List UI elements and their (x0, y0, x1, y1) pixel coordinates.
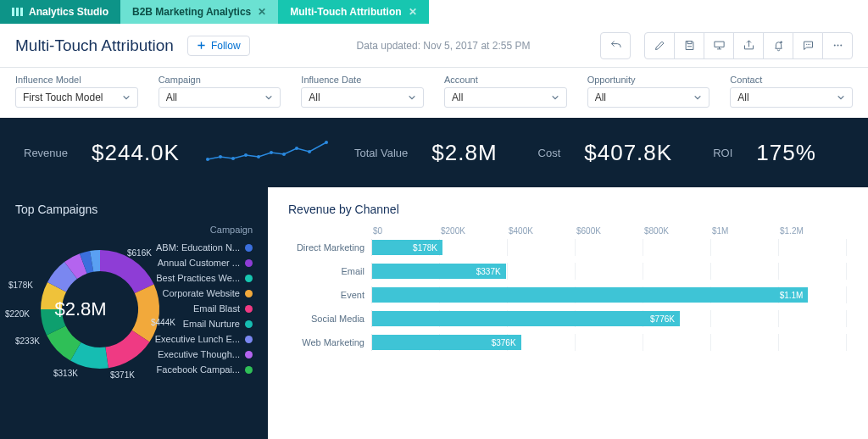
tab-label: Multi-Touch Attribution (290, 6, 401, 18)
donut-chart[interactable]: $2.8M $616K $178K $220K $233K $313K $371… (15, 225, 146, 394)
bar-row[interactable]: Event $1.1M (288, 283, 848, 307)
top-campaigns-panel: Top Campaigns (0, 187, 268, 439)
chevron-down-icon (693, 93, 702, 102)
svg-point-12 (270, 151, 273, 154)
comments-button[interactable] (793, 32, 823, 59)
filter-label: Contact (730, 75, 853, 85)
filter-value: All (309, 92, 320, 103)
total-value-label: Total Value (354, 147, 408, 159)
svg-point-4 (833, 45, 835, 47)
donut-callout: $233K (15, 336, 40, 346)
share-button[interactable] (733, 32, 764, 59)
close-icon[interactable]: ✕ (409, 6, 417, 18)
filter-select[interactable]: All (444, 87, 567, 108)
roi-label: ROI (713, 147, 732, 159)
svg-point-1 (806, 44, 807, 45)
content-area: Top Campaigns (0, 187, 868, 439)
bar-value: $1.1M (780, 291, 804, 300)
data-updated-text: Data updated: Nov 5, 2017 at 2:55 PM (357, 40, 531, 52)
filter-value: All (595, 92, 606, 103)
bar-label: Email (288, 266, 371, 276)
filter-contact: Contact All (730, 75, 853, 108)
bar-row[interactable]: Social Media $776K (288, 307, 848, 331)
revenue-value: $244.0K (92, 140, 180, 166)
tab-analytics-studio[interactable]: Analytics Studio (0, 0, 120, 24)
chevron-down-icon (264, 93, 273, 102)
bar-value: $178K (413, 243, 437, 253)
svg-point-11 (257, 155, 260, 158)
close-icon[interactable]: ✕ (258, 6, 266, 18)
chevron-down-icon (551, 93, 559, 102)
filter-opportunity: Opportunity All (587, 75, 710, 108)
cost-label: Cost (538, 147, 561, 159)
legend-swatch (245, 244, 253, 252)
filter-select[interactable]: All (301, 87, 424, 108)
filter-select[interactable]: All (159, 87, 281, 108)
svg-point-9 (231, 157, 235, 160)
chevron-down-icon (408, 93, 416, 102)
filter-select[interactable]: All (730, 87, 853, 108)
bar-fill: $1.1M (372, 287, 808, 303)
save-button[interactable] (674, 32, 704, 59)
svg-point-7 (206, 158, 209, 161)
tab-multi-touch-attribution[interactable]: Multi-Touch Attribution ✕ (278, 0, 428, 24)
edit-button[interactable] (644, 32, 675, 59)
undo-button[interactable] (600, 32, 631, 59)
bar-label: Event (288, 290, 371, 300)
svg-point-6 (840, 45, 842, 47)
tab-bar: Analytics Studio B2B Marketing Analytics… (0, 0, 868, 24)
analytics-icon (12, 8, 24, 16)
bar-fill: $337K (372, 264, 506, 279)
svg-point-5 (837, 45, 838, 47)
roi-value: 175% (756, 140, 816, 166)
axis-tick: $200K (441, 226, 509, 236)
legend-swatch (245, 351, 253, 358)
legend-swatch (245, 275, 253, 282)
filter-label: Influence Model (15, 75, 138, 85)
legend-swatch (245, 366, 253, 374)
bar-track: $178K (371, 239, 848, 256)
notifications-button[interactable] (763, 32, 793, 59)
bar-value: $337K (476, 267, 501, 276)
donut-center-value: $2.8M (54, 298, 106, 320)
axis-tick: $600K (576, 226, 644, 236)
present-button[interactable] (704, 32, 734, 59)
svg-point-14 (295, 147, 298, 150)
svg-point-8 (219, 155, 222, 158)
bar-row[interactable]: Direct Marketing $178K (288, 236, 848, 259)
page-title: Multi-Touch Attribution (15, 36, 174, 55)
legend-swatch (245, 305, 253, 313)
svg-point-2 (807, 44, 808, 45)
bar-value: $776K (650, 314, 675, 324)
svg-point-16 (325, 141, 328, 144)
more-button[interactable] (822, 32, 853, 59)
bar-row[interactable]: Email $337K (288, 259, 848, 283)
bar-row[interactable]: Web Marketing $376K (288, 331, 848, 354)
chevron-down-icon (122, 93, 131, 102)
donut-callout: $616K (127, 248, 152, 258)
bar-chart[interactable]: $0$200K$400K$600K$800K$1M$1.2M Direct Ma… (288, 226, 848, 354)
filter-select[interactable]: All (587, 87, 710, 108)
legend-swatch (245, 320, 253, 328)
filter-value: All (737, 92, 748, 103)
bar-fill: $776K (372, 311, 680, 326)
tab-b2b-marketing[interactable]: B2B Marketing Analytics ✕ (120, 0, 278, 24)
plus-icon (197, 41, 206, 50)
donut-callout: $313K (53, 369, 78, 378)
metrics-bar: Revenue $244.0K Total Value $2.8M Cost $… (0, 118, 868, 187)
save-icon (683, 39, 696, 52)
svg-point-13 (282, 153, 286, 156)
toolbar-group (644, 32, 853, 59)
follow-label: Follow (211, 40, 241, 52)
filter-select[interactable]: First Touch Model (15, 87, 138, 108)
follow-button[interactable]: Follow (187, 36, 250, 56)
legend-swatch (245, 259, 253, 267)
bar-track: $776K (371, 310, 848, 327)
bar-fill: $376K (372, 335, 521, 350)
donut-callout: $178K (8, 281, 33, 290)
bar-track: $1.1M (371, 286, 848, 303)
filter-value: All (452, 92, 463, 103)
filter-value: All (166, 92, 177, 103)
filter-campaign: Campaign All (159, 75, 281, 108)
bar-track: $337K (371, 263, 848, 280)
